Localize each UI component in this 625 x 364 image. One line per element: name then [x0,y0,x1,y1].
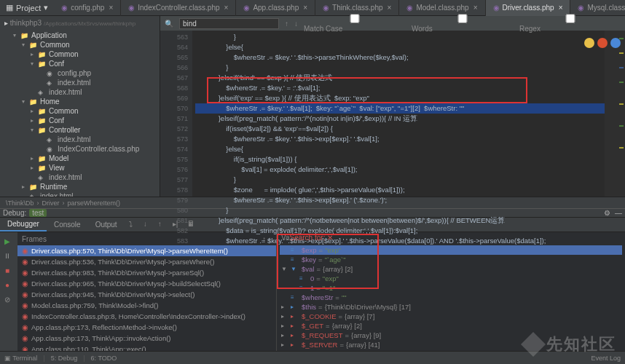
project-root[interactable]: ▸ thinkphp3 /Applications/MxSrvs/www/thi… [4,19,135,27]
close-icon[interactable]: × [109,4,113,12]
variable-row[interactable]: ≡$key = "`age`" [280,255,622,264]
variable-row[interactable]: ▸▸$_GET = {array} [2] [280,321,622,331]
dir-icon: 📁 [38,51,47,58]
tree-item[interactable]: ◉config.php [0,68,160,78]
project-label: Project [16,4,41,12]
close-icon[interactable]: × [559,4,563,12]
dir-icon: 📁 [29,98,38,106]
stack-frame[interactable]: ◉Driver.class.php:536, Think\Db\Driver\M… [17,256,276,267]
search-icon: 🔍 [165,20,173,28]
view-breakpoints-icon[interactable]: ● [1,279,13,290]
editor[interactable]: 🔍 ↑ ↓ Match Case Words Regex 50 matches … [160,16,625,197]
debug-btn[interactable]: 5: Debug [51,355,78,362]
tab-output[interactable]: Output [88,218,125,231]
tree-item[interactable]: ▸📁View [0,163,160,173]
tree-item[interactable]: ▾📁Home [0,97,160,106]
stack-frame[interactable]: ◉Driver.class.php:965, Think\Db\Driver\M… [17,278,276,289]
variable-row[interactable]: ▸▸$this = {Think\Db\Driver\Mysql} [17] [280,302,622,312]
event-log-btn[interactable]: Event Log [591,355,621,362]
tab-debugger[interactable]: Debugger [0,218,47,232]
step-over-icon[interactable]: ⤵ [129,220,139,230]
chrome-icon[interactable] [584,38,594,48]
search-bar: 🔍 ↑ ↓ Match Case Words Regex 50 matches [160,16,625,31]
tree-item[interactable]: ▾📁Application [0,31,160,40]
editor-tab[interactable]: ◉IndexController.class.php× [121,0,236,16]
frames-label: Frames [22,235,47,243]
variable-row[interactable]: ▸▸$_COOKIE = {array} [7] [280,312,622,321]
terminal-btn[interactable]: ▣ Terminal [4,355,37,362]
stack-frame[interactable]: ◉Driver.class.php:983, Think\Db\Driver\M… [17,267,276,278]
tree-item[interactable]: ▸📁Runtime [0,182,160,191]
stop-icon[interactable]: ■ [1,264,13,276]
regex-checkbox[interactable] [519,14,621,23]
debug-config[interactable]: test [29,209,47,217]
tree-item[interactable]: ▸📁Common [0,50,160,59]
stack-frame[interactable]: ◉App.class.php:173, Think\App::invokeAct… [17,333,276,344]
php-icon: ◉ [493,4,500,12]
tree-item[interactable]: ◈index.html [0,87,160,97]
tree-item[interactable]: ▾📁Controller [0,125,160,135]
dir-icon: 📁 [38,108,47,115]
pause-icon[interactable]: ⏸ [1,250,13,261]
variable-row[interactable]: ▼▼$val = {array} [2] [280,264,622,274]
tree-item[interactable]: ◈index.html [0,78,160,87]
var-icon: ≡ [291,256,299,263]
close-icon[interactable]: × [473,4,478,12]
frame-icon: ◉ [22,269,28,277]
prev-match[interactable]: ↑ [285,20,288,28]
code-area[interactable]: } }else{ $whereStr .= $key.' '.$this->pa… [192,16,605,197]
html-icon: ◈ [47,136,55,143]
minimize-icon[interactable]: — [615,209,622,217]
html-icon: ◈ [29,193,38,197]
php-icon: ◉ [323,4,329,12]
variable-row[interactable]: ≡$whereStr = "" [280,293,622,302]
variable-row[interactable]: ≡1 = "=1" [280,283,622,293]
gear-icon[interactable]: ⚙ [604,209,610,217]
php-icon: ◉ [578,4,584,12]
firefox-icon[interactable] [597,38,608,48]
frame-icon: ◉ [22,334,28,342]
tree-item[interactable]: ◉IndexController.class.php [0,144,160,154]
match-case-checkbox[interactable] [304,14,406,23]
debug-left-toolbar: ▶ ⏸ ■ ● ⊘ [0,232,17,364]
dir-icon: 📁 [20,32,29,39]
project-toolwindow-tab[interactable]: ▦ Project ▾ [0,3,54,12]
tree-item[interactable]: ▾📁Common [0,40,160,50]
var-icon: ▸ [291,332,299,339]
close-icon[interactable]: × [224,4,229,12]
resume-icon[interactable]: ▶ [1,235,13,247]
close-icon[interactable]: × [303,4,307,12]
stack-frame[interactable]: ◉Model.class.php:759, Think\Model->find(… [17,300,276,311]
variable-row[interactable]: ≡$exp = "exp" [280,245,622,255]
stack-frame[interactable]: ◉App.class.php:173, ReflectionMethod->in… [17,322,276,333]
stack-frame[interactable]: ◉IndexController.class.php:8, Home\Contr… [17,311,276,322]
next-match[interactable]: ↓ [294,20,298,28]
var-icon: ▸ [291,313,299,320]
frame-icon: ◉ [22,258,28,266]
step-into-icon[interactable]: ↓ [144,220,154,230]
tree-item[interactable]: ▸📁Common [0,106,160,116]
php-icon: ◉ [61,4,68,12]
html-icon: ◈ [38,174,47,181]
tree-item[interactable]: ◈index.html [0,135,160,144]
search-input[interactable] [179,18,279,29]
todo-btn[interactable]: 6: TODO [91,355,117,362]
dropdown-icon: ▾ [44,3,48,12]
var-icon: ▸ [291,304,299,310]
tree-item[interactable]: ▸📁Conf [0,116,160,125]
stack-frame[interactable]: ◉Driver.class.php:570, Think\Db\Driver\M… [17,245,276,256]
stack-frame[interactable]: ◉Driver.class.php:945, Think\Db\Driver\M… [17,289,276,300]
variable-row[interactable]: ≡0 = "exp" [280,274,622,283]
gutter[interactable]: 5635645655665675685695705715725735745755… [160,16,192,197]
editor-tab[interactable]: ◉config.php× [54,0,121,16]
tree-item[interactable]: ◈index.html [0,173,160,182]
tree-item[interactable]: ▸📁Model [0,154,160,163]
close-icon[interactable]: × [388,4,392,12]
var-icon: ≡ [299,285,308,291]
mute-breakpoints-icon[interactable]: ⊘ [1,293,13,305]
tree-item[interactable]: ▾📁Conf [0,59,160,68]
words-checkbox[interactable] [412,14,514,23]
tab-console[interactable]: Console [47,218,88,231]
tree-item[interactable]: ◈index.html [0,191,160,197]
safari-icon[interactable] [610,38,621,48]
